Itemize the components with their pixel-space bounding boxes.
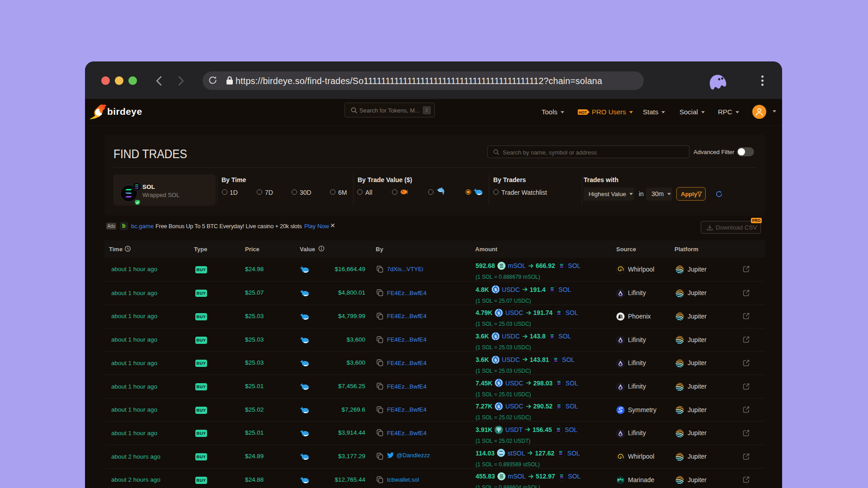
svg-text:$: $: [494, 334, 497, 339]
svg-text:$: $: [498, 404, 500, 409]
svg-text:HOT: HOT: [579, 110, 587, 115]
svg-text:$: $: [498, 380, 500, 385]
svg-text:$: $: [498, 310, 500, 315]
svg-text:$: $: [494, 357, 497, 362]
svg-text:$: $: [494, 287, 497, 292]
